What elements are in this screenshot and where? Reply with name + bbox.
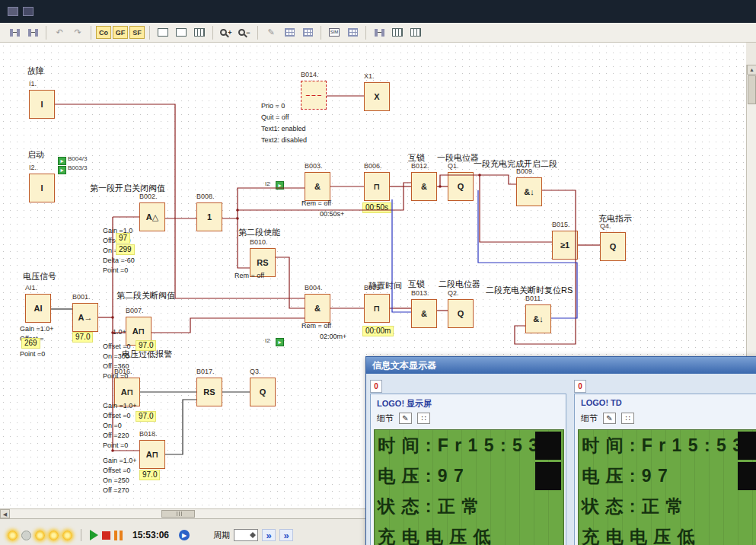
block-b002[interactable]: A△ — [139, 202, 165, 231]
online-test-button[interactable] — [344, 25, 361, 40]
block-b011-symbol: &↓ — [533, 314, 543, 323]
output-q3[interactable]: Q — [250, 378, 276, 406]
output-q4[interactable]: Q — [600, 232, 626, 261]
sim-start-button[interactable] — [90, 530, 98, 540]
block-b011[interactable]: &↓ — [525, 304, 551, 333]
message-table-icon[interactable] — [407, 25, 424, 40]
live-value[interactable]: 00:50s — [362, 202, 391, 213]
input-i2-label: I2. — [29, 164, 37, 171]
canvas-annotation: 二段充电关断时复位RS — [486, 285, 573, 296]
toolbar-separator — [257, 26, 258, 40]
zoom-out-button[interactable]: − — [236, 25, 253, 40]
block-b001[interactable]: A→ — [72, 303, 98, 332]
block-b017[interactable]: RS — [196, 378, 222, 406]
split-window-2-button[interactable] — [173, 25, 190, 40]
special-functions-button[interactable]: SF — [129, 26, 145, 39]
connections-icon[interactable]: ∷ — [417, 413, 430, 424]
single-window-button[interactable] — [155, 25, 171, 40]
dialog-title: 信息文本显示器 — [372, 359, 436, 372]
live-value[interactable]: 97.0 — [72, 332, 93, 343]
horizontal-scroll-thumb[interactable] — [161, 510, 195, 518]
sim-pause-button[interactable] — [114, 531, 123, 540]
block-b003[interactable]: & — [305, 172, 330, 201]
block-b015[interactable]: ≥1 — [552, 231, 578, 260]
zoom-in-button[interactable]: + — [218, 25, 234, 40]
edit-icon[interactable]: ✎ — [603, 413, 616, 424]
toolbar-separator — [321, 26, 321, 40]
output-q3-label: Q3. — [250, 368, 261, 375]
connect-blocks-icon[interactable] — [6, 25, 23, 40]
grid-toggle-icon[interactable] — [299, 25, 316, 40]
dialog-titlebar[interactable]: 信息文本显示器 — [366, 357, 756, 374]
constants-button[interactable]: Co — [96, 26, 111, 39]
sim-stop-button[interactable] — [102, 531, 110, 540]
input-i1[interactable]: I — [29, 90, 55, 119]
detail-label: 细节 — [581, 413, 598, 424]
reference-tool-icon[interactable] — [371, 25, 388, 40]
output-lamp-on-icon[interactable] — [35, 531, 45, 540]
parameter-table-icon[interactable] — [389, 25, 406, 40]
canvas-annotation: 一段充电完成开启二段 — [474, 158, 557, 170]
block-b013-symbol: & — [421, 309, 427, 318]
connector-marker-icon[interactable]: ▸ — [276, 338, 284, 346]
scroll-left-button[interactable]: ◀ — [0, 509, 10, 518]
block-numbers-icon[interactable] — [281, 25, 298, 40]
block-x1[interactable]: X — [364, 82, 390, 111]
live-value[interactable]: 269 — [21, 338, 40, 349]
block-b001-label: B001. — [72, 293, 91, 301]
undo-button[interactable]: ↶ — [51, 25, 68, 40]
analog-input-ai1[interactable]: AI — [25, 294, 51, 323]
canvas-annotation: Prio = 0 — [261, 102, 285, 110]
window-icon-2[interactable] — [23, 7, 33, 16]
canvas-annotation: Delta =-60 — [103, 257, 135, 264]
panel-tab-0[interactable]: 0 — [370, 380, 382, 393]
connections-icon[interactable]: ∷ — [621, 413, 634, 424]
block-b014[interactable]: ‒ ‒ ‒ — [301, 81, 327, 110]
live-value[interactable]: 97.0 — [136, 340, 156, 351]
block-b009[interactable]: &↓ — [516, 177, 542, 206]
live-value[interactable]: 299 — [116, 244, 135, 255]
cycle-spinner[interactable] — [234, 529, 258, 541]
canvas-annotation: Offset =0 — [103, 467, 131, 474]
block-b004[interactable]: & — [305, 294, 330, 323]
split-window-3-button[interactable] — [191, 25, 208, 40]
simulation-button[interactable]: SIM — [326, 25, 343, 40]
lcd-row: 电 压 : 9 7 — [579, 461, 756, 491]
sim-step-icon[interactable]: ▶ — [179, 530, 190, 540]
output-q2[interactable]: Q — [448, 299, 474, 328]
block-b004-label: B004. — [305, 284, 323, 292]
canvas-annotation: Off =220 — [103, 432, 129, 439]
scroll-up-button[interactable]: ▲ — [747, 65, 756, 75]
basic-functions-button[interactable]: GF — [113, 26, 128, 39]
connector-marker-icon[interactable]: ▸ — [58, 157, 66, 165]
disconnect-blocks-icon[interactable] — [24, 25, 41, 40]
connector-marker-icon[interactable]: ▸ — [276, 181, 284, 190]
data-forward-icon[interactable]: » — [262, 529, 276, 541]
window-icon[interactable] — [8, 7, 18, 16]
block-b008[interactable]: 1 — [196, 202, 222, 231]
block-b006[interactable]: ⊓ — [364, 172, 390, 201]
block-b012[interactable]: & — [411, 172, 437, 201]
comment-tool-icon[interactable]: ✎ — [263, 25, 279, 40]
input-i2[interactable]: I — [29, 174, 55, 202]
block-b005[interactable]: ⊓ — [364, 294, 390, 323]
output-lamp-on-icon[interactable] — [8, 531, 18, 540]
live-value[interactable]: 00:00m — [362, 326, 394, 336]
redo-button[interactable]: ↷ — [69, 25, 86, 40]
block-b018[interactable]: A⊓ — [139, 440, 165, 469]
output-lamp-on-icon[interactable] — [62, 531, 72, 540]
panel-tab-1[interactable]: 0 — [574, 380, 586, 393]
block-b010-symbol: RS — [257, 258, 268, 267]
live-value[interactable]: 97.0 — [139, 470, 160, 480]
block-b013[interactable]: & — [411, 299, 437, 328]
output-lamp-on-icon[interactable] — [49, 531, 59, 540]
vertical-scroll-thumb[interactable] — [748, 75, 756, 104]
data-back-icon[interactable]: » — [279, 529, 293, 541]
edit-icon[interactable]: ✎ — [399, 413, 412, 424]
lcd-row: 时 间 : F r 1 5 : 5 3 — [579, 430, 756, 461]
output-q1[interactable]: Q — [448, 172, 474, 201]
connector-marker-icon[interactable]: ▸ — [58, 166, 66, 174]
live-value[interactable]: 97.0 — [136, 411, 156, 422]
live-value[interactable]: 97 — [116, 233, 130, 244]
output-lamp-off-icon[interactable] — [21, 531, 31, 540]
